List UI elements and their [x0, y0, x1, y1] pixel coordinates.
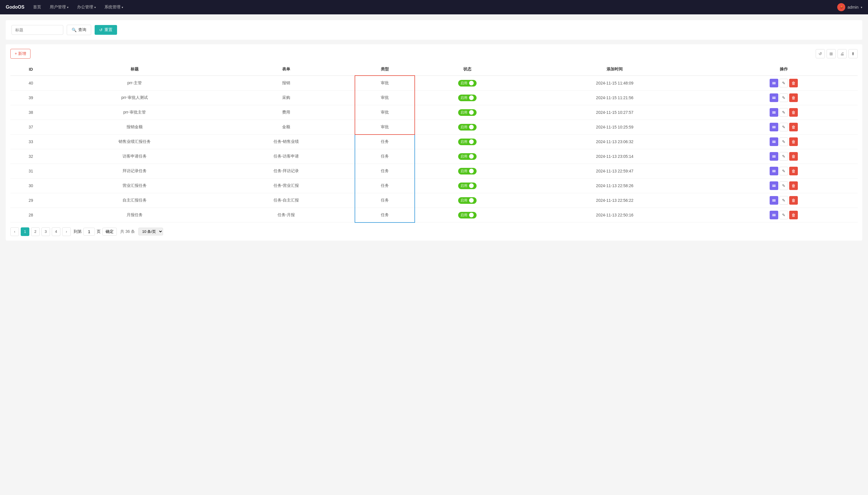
status-toggle[interactable]: 启用	[458, 139, 477, 145]
nav-user-management[interactable]: 用户管理 ▾	[50, 5, 68, 10]
data-table: ID 标题 表单 类型 状态 添加时间 操作 40 prr-主管 报销 审批 启…	[10, 63, 858, 223]
cell-status: 启用	[415, 164, 520, 178]
cell-form: 任务-拜访记录	[218, 164, 355, 178]
page-btn-2[interactable]: 2	[31, 227, 40, 236]
edit-button[interactable]: ✎	[780, 137, 788, 146]
cell-title: prr-审批主管	[51, 105, 218, 120]
edit-button[interactable]: ✎	[780, 167, 788, 175]
next-page-btn[interactable]: ›	[62, 227, 71, 236]
svg-rect-17	[772, 155, 776, 156]
svg-rect-20	[772, 170, 776, 171]
cell-time: 2024-11-15 11:48:09	[520, 75, 710, 90]
cell-id: 33	[10, 135, 51, 149]
cell-form: 任务-访客申请	[218, 149, 355, 164]
edit-button[interactable]: ✎	[780, 108, 788, 117]
cell-form: 任务-营业汇报	[218, 178, 355, 193]
layer-button[interactable]	[770, 167, 778, 175]
cell-id: 30	[10, 178, 51, 193]
status-toggle[interactable]: 启用	[458, 80, 477, 87]
status-toggle[interactable]: 启用	[458, 183, 477, 189]
edit-button[interactable]: ✎	[780, 196, 788, 205]
username[interactable]: admin	[848, 5, 858, 10]
edit-button[interactable]: ✎	[780, 182, 788, 190]
nav-office-management[interactable]: 办公管理 ▾	[77, 5, 96, 10]
cell-time: 2024-11-13 23:06:32	[520, 135, 710, 149]
confirm-btn[interactable]: 确定	[102, 228, 117, 236]
cell-status: 启用	[415, 208, 520, 222]
status-toggle[interactable]: 启用	[458, 212, 477, 219]
col-id: ID	[10, 63, 51, 75]
page-label: 页	[97, 229, 101, 234]
layer-button[interactable]	[770, 211, 778, 219]
layer-button[interactable]	[770, 93, 778, 102]
cell-time: 2024-11-13 22:58:26	[520, 178, 710, 193]
cell-status: 启用	[415, 75, 520, 90]
delete-button[interactable]: 🗑	[789, 123, 798, 131]
status-toggle[interactable]: 启用	[458, 168, 477, 174]
status-toggle[interactable]: 启用	[458, 109, 477, 116]
page-btn-1[interactable]: 1	[21, 227, 29, 236]
cell-time: 2024-11-13 22:59:47	[520, 164, 710, 178]
status-label: 启用	[461, 183, 467, 188]
svg-rect-5	[772, 97, 776, 98]
delete-button[interactable]: 🗑	[789, 79, 798, 87]
query-button[interactable]: 🔍 查询	[67, 25, 91, 35]
delete-button[interactable]: 🗑	[789, 108, 798, 117]
edit-button[interactable]: ✎	[780, 211, 788, 219]
layer-button[interactable]	[770, 137, 778, 146]
cell-actions: ✎ 🗑	[710, 193, 858, 208]
cell-type: 任务	[355, 208, 415, 222]
delete-button[interactable]: 🗑	[789, 137, 798, 146]
page-jump-input[interactable]	[83, 228, 95, 236]
edit-button[interactable]: ✎	[780, 152, 788, 161]
layer-button[interactable]	[770, 123, 778, 131]
cell-type: 任务	[355, 178, 415, 193]
print-icon-btn[interactable]: 🖨	[837, 49, 847, 58]
svg-rect-16	[772, 142, 776, 143]
cell-status: 启用	[415, 105, 520, 120]
layer-button[interactable]	[770, 196, 778, 205]
layer-button[interactable]	[770, 152, 778, 161]
layer-button[interactable]	[770, 182, 778, 190]
cell-title: 销售业绩汇报任务	[51, 135, 218, 149]
status-toggle[interactable]: 启用	[458, 197, 477, 204]
status-label: 启用	[461, 169, 467, 174]
delete-button[interactable]: 🗑	[789, 93, 798, 102]
layer-button[interactable]	[770, 79, 778, 87]
svg-rect-14	[772, 141, 776, 141]
cell-form: 采购	[218, 90, 355, 105]
cell-status: 启用	[415, 149, 520, 164]
grid-icon-btn[interactable]: ⊞	[827, 49, 836, 58]
edit-button[interactable]: ✎	[780, 93, 788, 102]
avatar	[837, 3, 845, 11]
prev-page-btn[interactable]: ‹	[10, 227, 19, 236]
nav-right: admin ▾	[837, 3, 862, 11]
page-btn-3[interactable]: 3	[41, 227, 50, 236]
edit-button[interactable]: ✎	[780, 123, 788, 131]
nav-system-management[interactable]: 系统管理 ▾	[104, 5, 123, 10]
add-button[interactable]: + 新增	[10, 49, 31, 58]
svg-rect-13	[772, 127, 776, 128]
status-toggle[interactable]: 启用	[458, 124, 477, 131]
layer-button[interactable]	[770, 108, 778, 117]
export-icon-btn[interactable]: ⬆	[848, 49, 858, 58]
cell-status: 启用	[415, 193, 520, 208]
delete-button[interactable]: 🗑	[789, 211, 798, 219]
reset-button[interactable]: ↺ 重置	[95, 25, 117, 35]
page-size-select[interactable]: 10 条/页 20 条/页 50 条/页	[138, 228, 163, 235]
delete-button[interactable]: 🗑	[789, 196, 798, 205]
cell-time: 2024-11-15 11:21:56	[520, 90, 710, 105]
status-toggle[interactable]: 启用	[458, 153, 477, 160]
status-toggle[interactable]: 启用	[458, 95, 477, 101]
nav-home[interactable]: 首页	[33, 5, 41, 10]
delete-button[interactable]: 🗑	[789, 182, 798, 190]
delete-button[interactable]: 🗑	[789, 152, 798, 161]
title-search-input[interactable]	[12, 25, 63, 35]
edit-button[interactable]: ✎	[780, 79, 788, 87]
page-btn-4[interactable]: 4	[52, 227, 61, 236]
svg-rect-31	[772, 216, 776, 216]
cell-time: 2024-11-15 10:25:59	[520, 120, 710, 135]
cell-title: 营业汇报任务	[51, 178, 218, 193]
refresh-icon-btn[interactable]: ↺	[816, 49, 825, 58]
delete-button[interactable]: 🗑	[789, 167, 798, 175]
